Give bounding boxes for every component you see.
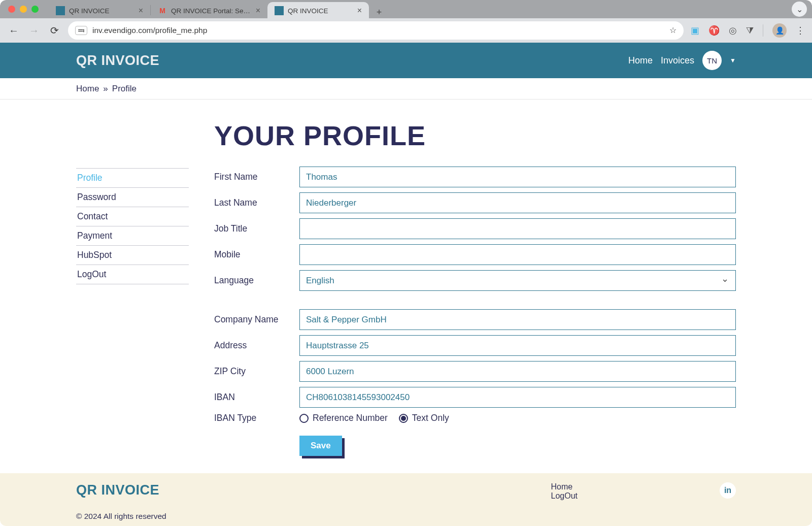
language-select[interactable]: English bbox=[299, 270, 736, 291]
site-info-icon[interactable]: ≕ bbox=[75, 26, 87, 35]
address-bar[interactable]: ≕ inv.evendigo.com/profile_me.php ☆ bbox=[68, 21, 684, 40]
page-title: YOUR PROFILE bbox=[214, 120, 736, 151]
new-tab-button[interactable]: + bbox=[372, 5, 386, 19]
sidebar-item-hubspot[interactable]: HubSpot bbox=[76, 245, 189, 265]
app-footer: QR INVOICE Home LogOut in © 2024 All rig… bbox=[0, 473, 812, 526]
profile-form: YOUR PROFILE First Name Last Name Job Ti… bbox=[214, 120, 736, 461]
maximize-window-button[interactable] bbox=[31, 6, 39, 13]
footer-link-logout[interactable]: LogOut bbox=[551, 491, 578, 501]
label-job-title: Job Title bbox=[214, 223, 299, 234]
footer-brand[interactable]: QR INVOICE bbox=[76, 482, 159, 498]
breadcrumb: Home » Profile bbox=[0, 78, 812, 100]
breadcrumb-separator: » bbox=[103, 84, 108, 94]
tab-title: QR INVOICE bbox=[69, 7, 134, 15]
job-title-input[interactable] bbox=[299, 218, 736, 239]
app-nav: Home Invoices TN ▼ bbox=[628, 51, 736, 70]
label-address: Address bbox=[214, 340, 299, 351]
label-last-name: Last Name bbox=[214, 198, 299, 208]
breadcrumb-current: Profile bbox=[112, 84, 137, 94]
radio-icon bbox=[299, 414, 309, 423]
tabs-dropdown-button[interactable]: ⌄ bbox=[792, 2, 807, 17]
close-icon[interactable]: × bbox=[139, 6, 143, 15]
label-first-name: First Name bbox=[214, 172, 299, 182]
iban-type-radio-group: Reference Number Text Only bbox=[299, 413, 736, 423]
address-input[interactable] bbox=[299, 335, 736, 356]
iban-input[interactable] bbox=[299, 387, 736, 408]
separator bbox=[763, 24, 763, 37]
sidebar-item-contact[interactable]: Contact bbox=[76, 207, 189, 226]
close-window-button[interactable] bbox=[8, 6, 15, 13]
radio-icon bbox=[399, 414, 408, 423]
sidebar-item-profile[interactable]: Profile bbox=[76, 168, 189, 188]
first-name-input[interactable] bbox=[299, 167, 736, 187]
sidebar-item-payment[interactable]: Payment bbox=[76, 226, 189, 246]
browser-toolbar: ← → ⟳ ≕ inv.evendigo.com/profile_me.php … bbox=[0, 18, 812, 43]
last-name-input[interactable] bbox=[299, 192, 736, 213]
tabs-container: QR INVOICE × M QR INVOICE Portal: Set yo… bbox=[49, 1, 788, 19]
toolbar-extensions: ▣ ♈ ◎ ⧩ 👤 ⋮ bbox=[691, 23, 805, 38]
settings-sidebar: Profile Password Contact Payment HubSpot… bbox=[76, 169, 189, 461]
browser-tab-strip: QR INVOICE × M QR INVOICE Portal: Set yo… bbox=[0, 0, 812, 18]
tab-2-active[interactable]: QR INVOICE × bbox=[267, 2, 369, 19]
radio-text-only[interactable]: Text Only bbox=[399, 413, 449, 423]
zip-city-input[interactable] bbox=[299, 361, 736, 382]
tab-1[interactable]: M QR INVOICE Portal: Set your f × bbox=[151, 2, 267, 19]
chevron-down-icon[interactable]: ▼ bbox=[730, 57, 736, 64]
mobile-input[interactable] bbox=[299, 244, 736, 265]
reload-button[interactable]: ⟳ bbox=[48, 24, 61, 37]
label-company-name: Company Name bbox=[214, 314, 299, 325]
label-mobile: Mobile bbox=[214, 249, 299, 260]
extension-icon[interactable]: ▣ bbox=[691, 25, 699, 36]
extensions-puzzle-icon[interactable]: ⧩ bbox=[746, 25, 754, 36]
label-language: Language bbox=[214, 275, 299, 286]
company-name-input[interactable] bbox=[299, 309, 736, 330]
tab-0[interactable]: QR INVOICE × bbox=[49, 2, 150, 19]
tab-title: QR INVOICE bbox=[288, 7, 353, 15]
footer-links: Home LogOut bbox=[551, 482, 578, 501]
main-content: Profile Password Contact Payment HubSpot… bbox=[0, 100, 812, 481]
app-brand[interactable]: QR INVOICE bbox=[76, 53, 159, 69]
label-iban: IBAN bbox=[214, 392, 299, 403]
copyright-text: © 2024 All rights reserved bbox=[76, 512, 736, 521]
window-controls bbox=[8, 6, 39, 13]
label-iban-type: IBAN Type bbox=[214, 413, 299, 423]
breadcrumb-home[interactable]: Home bbox=[76, 84, 99, 94]
gmail-icon: M bbox=[158, 6, 167, 15]
favicon-icon bbox=[275, 6, 284, 15]
bookmark-star-icon[interactable]: ☆ bbox=[669, 26, 676, 35]
chrome-menu-icon[interactable]: ⋮ bbox=[796, 25, 805, 36]
footer-link-home[interactable]: Home bbox=[551, 482, 578, 491]
camera-icon[interactable]: ◎ bbox=[729, 25, 737, 36]
url-text: inv.evendigo.com/profile_me.php bbox=[92, 26, 207, 35]
app-header: QR INVOICE Home Invoices TN ▼ bbox=[0, 43, 812, 78]
forward-button[interactable]: → bbox=[27, 25, 41, 37]
sidebar-item-logout[interactable]: LogOut bbox=[76, 265, 189, 284]
radio-label: Text Only bbox=[412, 413, 449, 423]
user-avatar-badge[interactable]: TN bbox=[702, 51, 722, 70]
sidebar-item-password[interactable]: Password bbox=[76, 187, 189, 207]
minimize-window-button[interactable] bbox=[20, 6, 27, 13]
tab-title: QR INVOICE Portal: Set your f bbox=[171, 7, 252, 15]
nav-invoices[interactable]: Invoices bbox=[661, 55, 694, 66]
profile-avatar[interactable]: 👤 bbox=[772, 23, 787, 38]
extension-icon[interactable]: ♈ bbox=[708, 25, 720, 36]
close-icon[interactable]: × bbox=[256, 6, 260, 15]
radio-reference-number[interactable]: Reference Number bbox=[299, 413, 388, 423]
back-button[interactable]: ← bbox=[7, 25, 20, 37]
label-zip-city: ZIP City bbox=[214, 366, 299, 377]
save-button[interactable]: Save bbox=[299, 436, 342, 456]
radio-label: Reference Number bbox=[313, 413, 388, 423]
nav-home[interactable]: Home bbox=[628, 55, 653, 66]
linkedin-icon[interactable]: in bbox=[720, 482, 736, 499]
favicon-icon bbox=[56, 6, 65, 15]
close-icon[interactable]: × bbox=[357, 6, 362, 15]
